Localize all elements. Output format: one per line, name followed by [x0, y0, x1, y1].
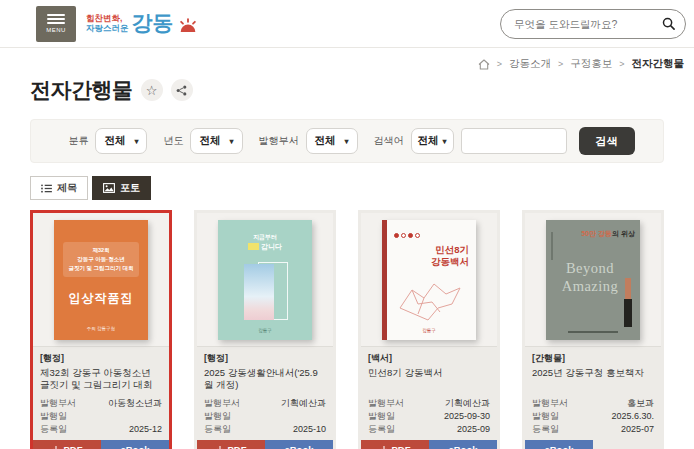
chevron-down-icon: ▾ [443, 137, 447, 146]
share-button[interactable] [171, 79, 193, 101]
card-category: [백서] [368, 352, 490, 365]
ebook-button[interactable]: eBook [265, 440, 333, 449]
card-category: [행정] [204, 352, 326, 365]
category-label: 분류 [68, 134, 88, 148]
star-icon: ☆ [146, 83, 158, 98]
view-toggle: 제목 포토 [30, 176, 694, 200]
menu-label: MENU [46, 27, 66, 33]
dept-label: 발행부서 [40, 397, 76, 410]
book-cover[interactable]: 지금부터 갑니다 강동구 [218, 220, 312, 340]
book-cover[interactable]: 제32회 강동구 아동·청소년 글짓기 및 그림그리기 대회 입상작품집 주최 … [54, 220, 148, 340]
page-title: 전자간행물 [30, 76, 133, 104]
card-category: [행정] [40, 352, 162, 365]
breadcrumb-item-1[interactable]: 강동소개 [509, 57, 551, 71]
logo-tagline: 힘찬변화, 자랑스러운 [86, 14, 129, 34]
publication-card: 민선8기 강동백서 강동구 [백서] 민선8기 강동백서 [358, 210, 500, 449]
filter-bar: 분류 전체▾ 년도 전체▾ 발행부서 전체▾ 검색어 전체▾ 검색 [30, 119, 664, 163]
filter-search-button[interactable]: 검색 [579, 127, 635, 155]
open-door-graphic [244, 264, 274, 320]
category-select[interactable]: 전체▾ [95, 128, 147, 154]
card-title[interactable]: 2025년 강동구청 홍보책자 [532, 367, 654, 392]
keyword-label: 검색어 [374, 134, 404, 148]
vertical-text-graphic [624, 299, 632, 327]
regdate-label: 등록일 [40, 423, 67, 436]
download-icon [380, 446, 388, 449]
card-title[interactable]: 제32회 강동구 아동청소년 글짓기 및 그림그리기 대회 [40, 367, 162, 392]
map-line-art [394, 278, 466, 322]
site-search-input[interactable] [514, 18, 656, 30]
sun-icon [177, 18, 199, 33]
ebook-button[interactable]: eBook [429, 440, 497, 449]
dept-select[interactable]: 전체▾ [306, 128, 358, 154]
photo-view-button[interactable]: 포토 [92, 176, 151, 200]
logo-brand: 강동 [132, 14, 174, 33]
pdf-button[interactable]: PDF [361, 440, 429, 449]
year-select[interactable]: 전체▾ [190, 128, 242, 154]
publication-card: 50만 강동의 위상 Beyond Amazing [간행물] 2025년 강동… [522, 210, 664, 449]
download-icon [52, 446, 60, 449]
card-category: [간행물] [532, 352, 654, 365]
card-title[interactable]: 2025 강동생활안내서('25.9월 개정) [204, 367, 326, 392]
book-cover[interactable]: 민선8기 강동백서 강동구 [382, 220, 476, 340]
pdf-button[interactable]: PDF [33, 440, 101, 449]
dots-graphic [394, 233, 420, 238]
menu-button[interactable]: MENU [36, 6, 76, 42]
favorite-button[interactable]: ☆ [141, 79, 163, 101]
keyword-input[interactable] [461, 128, 567, 154]
publication-card: 제32회 강동구 아동·청소년 글짓기 및 그림그리기 대회 입상작품집 주최 … [30, 210, 172, 449]
book-cover[interactable]: 50만 강동의 위상 Beyond Amazing [546, 220, 640, 340]
publication-grid: 제32회 강동구 아동·청소년 글짓기 및 그림그리기 대회 입상작품집 주최 … [30, 210, 664, 449]
site-search [500, 9, 686, 39]
ebook-button[interactable]: eBook [101, 440, 169, 449]
dept-label: 발행부서 [259, 134, 299, 148]
download-icon [216, 446, 224, 449]
chevron-down-icon: ▾ [134, 137, 138, 146]
hamburger-icon [47, 14, 65, 16]
regdate-value: 2025-12 [129, 423, 162, 436]
breadcrumb: > 강동소개 > 구정홍보 > 전자간행물 [0, 48, 694, 71]
pdf-button[interactable]: PDF [197, 440, 265, 449]
dept-value: 아동청소년과 [108, 397, 162, 410]
share-icon [176, 85, 187, 96]
pubdate-label: 발행일 [40, 410, 67, 423]
keyword-field-select[interactable]: 전체▾ [411, 128, 454, 154]
breadcrumb-item-2[interactable]: 구정홍보 [570, 57, 612, 71]
year-label: 년도 [163, 134, 183, 148]
search-icon[interactable] [662, 17, 675, 30]
chevron-down-icon: ▾ [229, 137, 233, 146]
list-view-button[interactable]: 제목 [30, 176, 88, 200]
breadcrumb-item-current: 전자간행물 [632, 57, 685, 71]
ebook-button[interactable]: eBook [525, 440, 593, 449]
publication-card: 지금부터 갑니다 강동구 [행정] 2025 강동생활안내서('25.9월 개정… [194, 210, 336, 449]
page: MENU 힘찬변화, 자랑스러운 강동 [0, 0, 694, 449]
site-logo[interactable]: 힘찬변화, 자랑스러운 강동 [86, 14, 199, 34]
chevron-down-icon: ▾ [345, 137, 349, 146]
home-icon[interactable] [478, 59, 490, 70]
list-icon [41, 184, 52, 193]
card-title[interactable]: 민선8기 강동백서 [368, 367, 490, 392]
header: MENU 힘찬변화, 자랑스러운 강동 [0, 0, 694, 48]
title-row: 전자간행물 ☆ [0, 71, 694, 104]
photo-icon [103, 183, 115, 193]
